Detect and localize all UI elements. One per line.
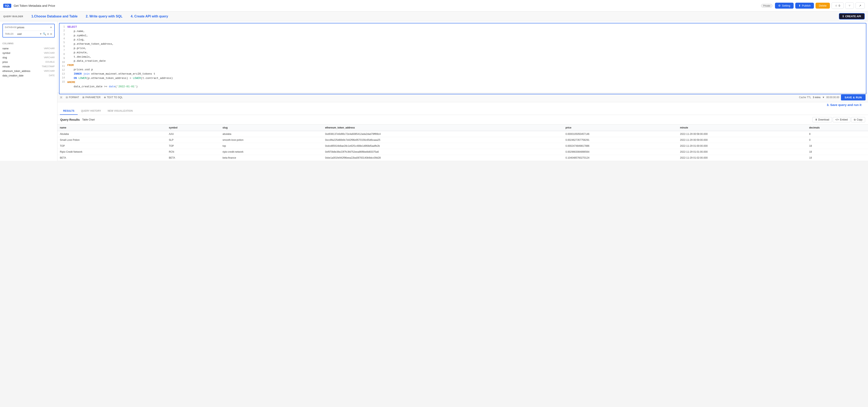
results-actions: ⬇ Download </> Embed ⧉ Copy — [812, 117, 865, 122]
tables-value: usd — [17, 32, 39, 35]
table-cell: SLP — [166, 137, 220, 143]
column-type: VARCHAR — [44, 52, 55, 55]
share-icon: ↗ — [859, 4, 861, 7]
private-badge: Private — [761, 4, 773, 8]
table-cell: 2022-11-29 00:58:00.000 — [678, 131, 807, 137]
header: SQL Get Token Metadata and Price Private… — [0, 0, 868, 11]
results-header: Query Results Table Chart ⬇ Download </>… — [57, 115, 868, 125]
table-header-cell: slug — [220, 125, 322, 131]
publish-button[interactable]: ⬆ Publish — [795, 3, 814, 9]
delete-button[interactable]: Delete — [815, 3, 830, 9]
table-cell: 2022-11-29 00:59:00.000 — [678, 137, 807, 143]
column-name: ethereum_token_address — [2, 70, 30, 72]
columns-section: COLUMNS nameVARCHARsymbolVARCHARslugVARC… — [0, 40, 57, 80]
table-cell: top — [220, 143, 322, 149]
table-cell: 0xf970b8e36e23f7fc3fd752eea86f8be8d83375… — [322, 149, 563, 155]
table-cell: TOP — [166, 143, 220, 149]
column-row: ethereum_token_addressVARCHAR — [2, 69, 55, 73]
table-cell: AAA — [166, 131, 220, 137]
table-cell: 8 — [807, 131, 868, 137]
table-cell: 18 — [807, 143, 868, 149]
table-cell: 0xdcd85914b8ae28c1e62f1c488e1d968d5aaffe… — [322, 143, 563, 149]
table-row: Ripio Credit NetworkRCNripio-credit-netw… — [57, 149, 868, 155]
setting-icon: ⚙ — [778, 4, 781, 7]
parameter-button[interactable]: ⊞ PARAMETER — [82, 96, 101, 99]
editor-area[interactable]: 123456789101112131415 SELECT p.name, p.s… — [57, 21, 868, 93]
cmd-icon: ⌘ — [60, 96, 62, 99]
table-dropdown-icon[interactable]: ▼ — [39, 32, 42, 35]
share-button[interactable]: ↗ — [856, 2, 865, 9]
download-icon: ⬇ — [815, 118, 817, 121]
column-name: price — [2, 61, 8, 64]
format-icon: ⊟ — [66, 96, 68, 99]
column-type: DATE — [49, 74, 55, 77]
table-cell: 0xcc8fa225d80b9c7d42f96e9570156c65d6caaa… — [322, 137, 563, 143]
download-button[interactable]: ⬇ Download — [812, 117, 832, 122]
table-add-icon[interactable]: ⊕ — [50, 32, 52, 35]
table-body: AbulabaAAAabulaba0xd938137e6d96c72e4a608… — [57, 131, 868, 161]
cache-chevron-icon[interactable]: ▼ — [822, 96, 825, 99]
table-cell: 0.0000105050457146 — [563, 131, 678, 137]
main-content: DATABASE prices ▼ TABLES usd ▼ 🔍 ⊕ ⊕ COL… — [0, 21, 868, 161]
text-to-sql-button[interactable]: ⊕ TEXT TO SQL — [104, 96, 123, 99]
table-row: TOPTOPtop0xdcd85914b8ae28c1e62f1c488e1d9… — [57, 143, 868, 149]
copy-button[interactable]: ⧉ Copy — [851, 117, 865, 122]
tab-query-history[interactable]: QUERY HISTORY — [78, 107, 104, 115]
database-value: prices — [17, 26, 50, 29]
right-panel: 123456789101112131415 SELECT p.name, p.s… — [57, 21, 868, 161]
column-name: slug — [2, 56, 7, 59]
table-row: BETABETAbeta-finance0xbe1a001fe942f96eea… — [57, 155, 868, 161]
save-run-button[interactable]: SAVE & RUN — [841, 94, 866, 100]
column-name: data_creation_date — [2, 74, 24, 77]
database-row: DATABASE prices ▼ — [3, 24, 54, 31]
fork-icon: ⑂ — [849, 4, 850, 7]
table-cell: 18 — [807, 149, 868, 155]
code-editor[interactable]: 123456789101112131415 SELECT p.name, p.s… — [59, 23, 866, 94]
table-cell: smooth-love-potion — [220, 137, 322, 143]
table-cell: Abulaba — [57, 131, 166, 137]
table-cell: BETA — [57, 155, 166, 161]
table-cell: 2022-11-29 01:00:00.000 — [678, 143, 807, 149]
step-2-label: 2. Write query with SQL — [86, 14, 123, 18]
column-type: TIMESTAMP — [42, 65, 55, 68]
table-header-cell: price — [563, 125, 678, 131]
table-header-cell: ethereum_token_address — [322, 125, 563, 131]
create-api-button[interactable]: ℹ CREATE API — [839, 13, 865, 20]
table-cell: abulaba — [220, 131, 322, 137]
table-cell: BETA — [166, 155, 220, 161]
table-search-icon[interactable]: 🔍 — [43, 32, 46, 35]
embed-button[interactable]: </> Embed — [833, 117, 850, 122]
star-button[interactable]: ☆ 0 — [832, 2, 844, 9]
tab-results[interactable]: RESULTS — [60, 107, 78, 115]
step-3-annotation: 3. Save query and run it — [827, 103, 865, 106]
database-chevron-icon[interactable]: ▼ — [50, 26, 52, 29]
query-builder-label: QUERY BUILDER — [3, 15, 23, 18]
column-name: minute — [2, 65, 10, 68]
column-row: nameVARCHAR — [2, 46, 55, 51]
column-row: slugVARCHAR — [2, 55, 55, 60]
tab-new-visualization[interactable]: NEW VISUALIZATION — [104, 107, 136, 115]
setting-button[interactable]: ⚙ Setting — [775, 3, 794, 9]
table-header-cell: decimals — [807, 125, 868, 131]
embed-icon: </> — [835, 118, 839, 121]
table-header-cell: minute — [678, 125, 807, 131]
step-4-label: 4. Create API with query — [131, 14, 168, 18]
info-icon: ℹ — [843, 15, 844, 18]
format-button[interactable]: ⊟ FORMAT — [66, 96, 79, 99]
table-refresh-icon[interactable]: ⊕ — [47, 32, 49, 35]
table-icons: ▼ 🔍 ⊕ ⊕ — [39, 32, 52, 35]
column-row: data_creation_dateDATE — [2, 73, 55, 78]
results-tabs: RESULTS QUERY HISTORY NEW VISUALIZATION — [57, 107, 868, 115]
results-title: Query Results — [60, 118, 80, 121]
table-cell: 18 — [807, 155, 868, 161]
column-type: VARCHAR — [44, 56, 55, 59]
code-content[interactable]: SELECT p.name, p.symbol, p.slug, p.ether… — [67, 25, 866, 92]
results-table-wrapper: namesymbolslugethereum_token_addresspric… — [57, 125, 868, 161]
columns-label: COLUMNS — [2, 42, 55, 45]
table-cell: 0xbe1a001fe942f96eea22ba08783140b9dcc09d… — [322, 155, 563, 161]
star-icon: ☆ — [835, 4, 837, 7]
table-cell: beta-finance — [220, 155, 322, 161]
fork-button[interactable]: ⑂ — [845, 2, 854, 9]
left-panel: DATABASE prices ▼ TABLES usd ▼ 🔍 ⊕ ⊕ COL… — [0, 21, 57, 161]
table-chart-button[interactable]: Table Chart — [82, 118, 95, 121]
